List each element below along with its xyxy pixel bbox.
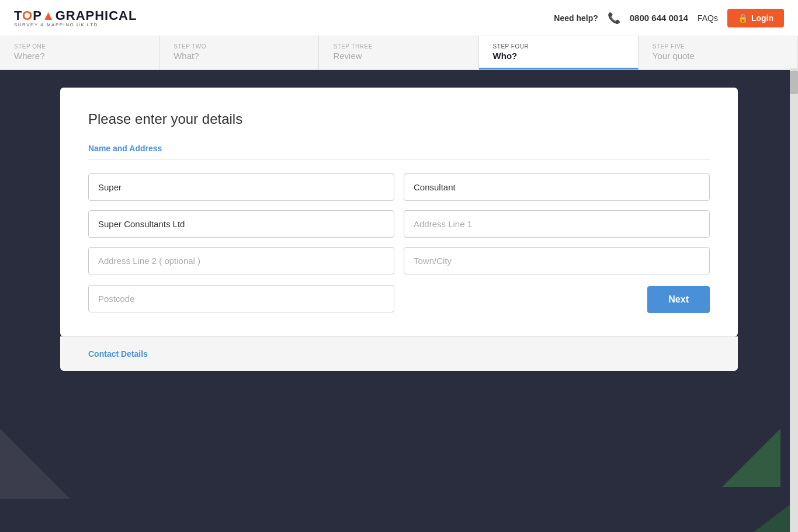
step-five-label: Step Five: [653, 43, 783, 50]
logo-text: TOP▲GRAPHICAL: [14, 8, 137, 23]
company-input[interactable]: [88, 210, 394, 238]
town-city-input[interactable]: [404, 247, 710, 274]
step-four-label: Step Four: [493, 43, 624, 50]
header-right: Need help? 📞 0800 644 0014 FAQs 🔒 Login: [554, 9, 784, 27]
next-row: Next: [404, 286, 710, 313]
phone-icon: 📞: [608, 12, 620, 25]
main-card: Please enter your details Name and Addre…: [60, 88, 738, 336]
address-line1-input[interactable]: [404, 210, 710, 238]
scrollbar-thumb[interactable]: [790, 71, 798, 94]
step-who[interactable]: Step Four Who?: [479, 36, 639, 69]
faqs-link[interactable]: FAQs: [698, 13, 718, 23]
lock-icon: 🔒: [738, 13, 748, 23]
need-help-label: Need help?: [554, 13, 598, 23]
phone-number: 0800 644 0014: [630, 13, 688, 23]
step-quote[interactable]: Step Five Your quote: [639, 36, 798, 69]
step-three-name: Review: [333, 51, 464, 61]
last-name-input[interactable]: [404, 173, 710, 201]
step-three-label: Step Three: [333, 43, 464, 50]
step-one-label: Step one: [14, 43, 145, 50]
step-review[interactable]: Step Three Review: [319, 36, 478, 69]
logo-orange-dot: O: [22, 8, 33, 23]
step-what[interactable]: Step Two What?: [159, 36, 319, 69]
main-background: Please enter your details Name and Addre…: [0, 70, 798, 532]
postcode-input[interactable]: [88, 285, 394, 312]
scrollbar[interactable]: [790, 68, 798, 532]
section-name-address: Name and Address: [88, 144, 710, 153]
card-title: Please enter your details: [88, 111, 710, 127]
below-card: Contact Details: [60, 336, 738, 371]
step-one-name: Where?: [14, 51, 145, 61]
bg-triangle-left: [0, 429, 70, 499]
header: TOP▲GRAPHICAL SURVEY & MAPPING UK LTD Ne…: [0, 0, 798, 36]
bg-triangle-right: [722, 429, 780, 487]
step-two-name: What?: [174, 51, 304, 61]
next-button[interactable]: Next: [647, 286, 710, 313]
form-grid: [88, 173, 710, 274]
postcode-row: Next: [88, 284, 710, 313]
login-button[interactable]: 🔒 Login: [727, 9, 784, 27]
section-divider: [88, 159, 710, 159]
contact-details-link[interactable]: Contact Details: [88, 349, 148, 359]
step-five-name: Your quote: [653, 51, 783, 61]
login-label: Login: [751, 13, 773, 23]
step-where[interactable]: Step one Where?: [0, 36, 159, 69]
address-line2-input[interactable]: [88, 247, 394, 274]
logo: TOP▲GRAPHICAL SURVEY & MAPPING UK LTD: [14, 8, 137, 27]
step-four-name: Who?: [493, 51, 624, 61]
first-name-input[interactable]: [88, 173, 394, 201]
steps-bar: Step one Where? Step Two What? Step Thre…: [0, 36, 798, 70]
step-two-label: Step Two: [174, 43, 304, 50]
